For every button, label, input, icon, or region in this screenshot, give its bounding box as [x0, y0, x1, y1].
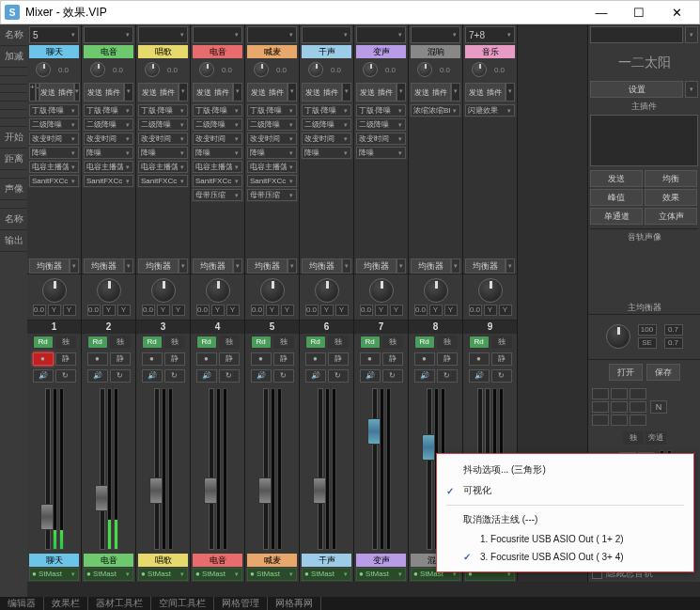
rd-button[interactable]: Rd [469, 336, 490, 349]
channel-name[interactable]: 电音 [84, 45, 133, 58]
plugin-slot[interactable]: 丁版·降噪▾ [193, 104, 242, 117]
plugin-slot[interactable]: 丁版·降噪▾ [247, 104, 297, 117]
dropdown-icon[interactable]: ▾ [342, 258, 351, 274]
plugin-slot[interactable]: 二级降噪▾ [302, 118, 351, 131]
channel-name[interactable]: 唱歌 [138, 45, 188, 58]
dropdown-icon[interactable]: ▾ [74, 83, 80, 102]
record-button[interactable]: ● [305, 352, 326, 366]
send-label[interactable]: 发送 插件 [356, 83, 397, 102]
gain-knob[interactable] [363, 62, 378, 77]
channel-input-select[interactable]: ▾ [193, 26, 242, 43]
channel-name-bottom[interactable]: 变声 [356, 554, 406, 567]
plugin-slot[interactable]: 降噪▾ [247, 147, 297, 159]
master-action-button[interactable]: 发送 [590, 170, 643, 187]
dropdown-icon[interactable]: ▾ [342, 83, 351, 102]
plugin-slot[interactable]: 二级降噪▾ [247, 118, 297, 131]
dropdown-icon[interactable]: ▾ [685, 81, 698, 98]
record-button[interactable]: ● [414, 352, 435, 366]
output-select[interactable]: ● StMast▾ [84, 568, 133, 581]
channel-name[interactable]: 音乐 [465, 45, 515, 58]
plugin-slot[interactable]: 改变时间▾ [29, 133, 79, 145]
output-2-menu-item[interactable]: ✓3. Focusrite USB ASIO Out ( 3+ 4) [437, 548, 693, 566]
output-1-menu-item[interactable]: 1. Focusrite USB ASIO Out ( 1+ 2) [437, 530, 693, 548]
pan-knob[interactable] [369, 278, 394, 303]
channel-name-bottom[interactable]: 聊天 [29, 554, 79, 567]
cancel-master-menu-item[interactable]: 取消激活主线 (---) [437, 509, 693, 530]
channel-name-bottom[interactable]: 唱歌 [138, 554, 188, 567]
rd-button[interactable]: Rd [360, 336, 381, 349]
speaker-icon[interactable]: 🔊 [469, 369, 490, 383]
pan-knob[interactable] [478, 278, 503, 303]
plugin-slot[interactable]: 电容主播荡▾ [247, 161, 297, 173]
plus-icon[interactable]: + [29, 83, 36, 102]
channel-name[interactable]: 干声 [302, 45, 351, 58]
fader[interactable] [209, 388, 214, 550]
channel-name-bottom[interactable]: 干声 [302, 554, 351, 567]
gain-knob[interactable] [199, 62, 214, 77]
channel-name[interactable]: 变声 [356, 45, 406, 58]
speaker-icon[interactable]: 🔊 [142, 369, 163, 383]
gain-knob[interactable] [417, 62, 432, 77]
fader[interactable] [263, 388, 269, 550]
channel-input-select[interactable]: ▾ [356, 26, 406, 43]
output-select[interactable]: ● StMast▾ [356, 568, 406, 581]
eq-button[interactable]: 均衡器 [465, 258, 506, 274]
master-action-button[interactable]: 均衡 [645, 170, 697, 187]
maximize-button[interactable]: ☐ [620, 1, 658, 23]
fader[interactable] [318, 388, 323, 550]
master-num[interactable] [590, 26, 683, 43]
record-button[interactable]: ● [469, 352, 490, 366]
plugin-slot[interactable]: 二级降噪▾ [138, 118, 188, 131]
dropdown-icon[interactable]: ▾ [685, 26, 698, 43]
send-label[interactable]: 发送 插件 [411, 83, 451, 102]
mute-button[interactable]: 静 [219, 352, 240, 366]
plugin-slot[interactable]: 浓缩浓缩BF▾ [411, 104, 460, 117]
mute-button[interactable]: 静 [491, 352, 512, 366]
footer-tab[interactable]: 网格管理 [214, 597, 268, 610]
channel-input-select[interactable]: 7+8▾ [465, 26, 515, 43]
rd-button[interactable]: Rd [305, 336, 326, 349]
channel-name[interactable]: 喊麦 [247, 45, 297, 58]
mute-button[interactable]: 静 [437, 352, 458, 366]
record-button[interactable]: ● [142, 352, 163, 366]
gain-knob[interactable] [308, 62, 323, 77]
rd-button[interactable]: Rd [142, 336, 163, 349]
plugin-slot[interactable]: 电容主播荡▾ [138, 161, 188, 173]
channel-input-select[interactable]: ▾ [411, 26, 460, 43]
plugin-slot[interactable]: 闪避效果▾ [465, 104, 515, 117]
send-label[interactable]: 发送 插件 [465, 83, 506, 102]
dropdown-icon[interactable]: ▾ [288, 258, 297, 274]
fader[interactable] [100, 388, 105, 550]
fader[interactable] [45, 388, 51, 550]
footer-tab[interactable]: 网格再网 [268, 597, 321, 610]
plugin-slot[interactable]: 丁版·降噪▾ [138, 104, 188, 117]
master-action-button[interactable]: 峰值 [590, 189, 643, 206]
dropdown-icon[interactable]: ▾ [506, 83, 515, 102]
footer-tab[interactable]: 器材工具栏 [88, 597, 151, 610]
plugin-slot[interactable]: 降噪▾ [302, 147, 351, 159]
master-solo[interactable]: 独 [623, 431, 644, 445]
record-button[interactable]: ● [360, 352, 381, 366]
close-button[interactable]: ✕ [658, 1, 695, 23]
solo-button[interactable]: 独 [382, 336, 403, 349]
plugin-slot[interactable]: 改变时间▾ [193, 133, 242, 145]
dropdown-icon[interactable]: ▾ [288, 83, 297, 102]
speaker-icon[interactable]: 🔊 [33, 369, 54, 383]
channel-input-select[interactable]: ▾ [138, 26, 188, 43]
send-label[interactable]: 发送 插件 [39, 83, 73, 102]
eq-button[interactable]: 均衡器 [356, 258, 397, 274]
speaker-icon[interactable]: 🔊 [251, 369, 272, 383]
n-button[interactable]: N [650, 400, 667, 414]
rd-button[interactable]: Rd [33, 336, 54, 349]
eq-button[interactable]: 均衡器 [247, 258, 288, 274]
open-button[interactable]: 打开 [609, 364, 643, 381]
plugin-slot[interactable]: 丁版·降噪▾ [302, 104, 351, 117]
mute-button[interactable]: 静 [328, 352, 349, 366]
dropdown-icon[interactable]: ▾ [179, 83, 188, 102]
plugin-slot[interactable]: 电容主播荡▾ [193, 161, 242, 173]
mute-button[interactable]: 静 [273, 352, 294, 366]
speaker-icon[interactable]: 🔊 [87, 369, 108, 383]
plugin-slot[interactable]: 改变时间▾ [247, 133, 297, 145]
plugin-slot[interactable]: 丁版·降噪▾ [84, 104, 133, 117]
plugin-slot[interactable]: 改变时间▾ [84, 133, 133, 145]
